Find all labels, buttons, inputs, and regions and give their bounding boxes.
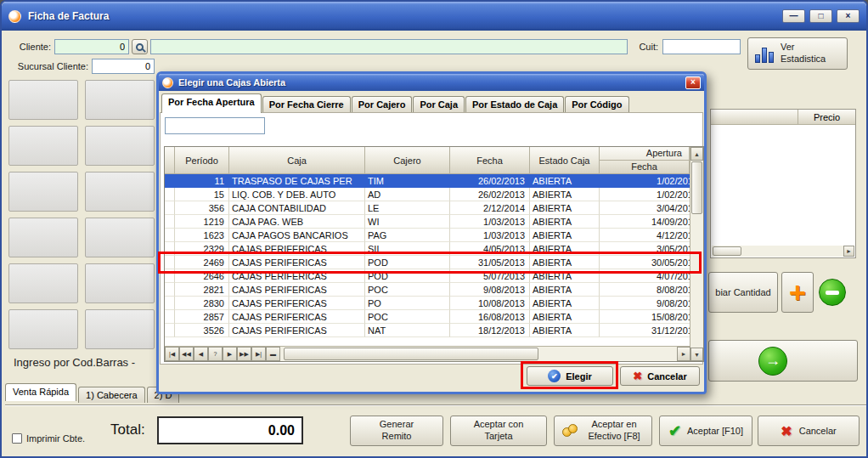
app-icon [8, 10, 21, 23]
generar-remito-button[interactable]: Generar Remito [350, 416, 443, 446]
items-hscrollbar[interactable]: ► [712, 246, 854, 257]
nav-first-button[interactable]: |◀ [165, 347, 179, 361]
dialog-tab-por-c-digo[interactable]: Por Código [565, 96, 628, 113]
dialog-tab-por-fecha-cierre[interactable]: Por Fecha Cierre [262, 96, 351, 113]
vscroll-down-icon[interactable]: ▼ [690, 348, 703, 361]
cell-fecha: 26/02/2013 [450, 174, 530, 188]
items-hscroll-thumb[interactable] [713, 246, 741, 256]
maximize-button[interactable]: □ [809, 9, 832, 23]
cell-estado: ABIERTA [530, 310, 600, 324]
cuit-input[interactable] [662, 39, 741, 54]
cliente-name-input[interactable] [150, 39, 628, 54]
cell-apertura: 1/02/2012 [600, 188, 703, 201]
tab-cabecera[interactable]: 1) Cabecera [78, 387, 145, 403]
table-row[interactable]: 3526CAJAS PERIFERICASNAT18/12/2013ABIERT… [165, 324, 703, 337]
row-indicator [165, 283, 175, 297]
quick-product-button[interactable] [85, 309, 155, 349]
add-item-button[interactable]: + [781, 272, 814, 313]
cell-periodo: 1219 [175, 215, 229, 229]
hscroll-right-icon[interactable]: ► [677, 347, 690, 361]
row-indicator [165, 310, 175, 324]
quick-product-button[interactable] [85, 126, 155, 166]
grid-vscrollbar[interactable]: ▲ ▼ [690, 147, 703, 361]
dialog-cancelar-button[interactable]: ✖ Cancelar [620, 366, 700, 386]
table-row[interactable]: 1219CAJA PAG. WEBWI1/03/2013ABIERTA14/09… [165, 215, 703, 229]
quick-product-button[interactable] [85, 218, 155, 257]
main-titlebar: Ficha de Factura —□× [2, 2, 866, 31]
header-apertura[interactable]: Apertura Fecha [600, 147, 690, 174]
table-row[interactable]: 2830CAJAS PERIFERICASPO10/08/2013ABIERTA… [165, 297, 703, 310]
quick-product-button[interactable] [8, 80, 78, 120]
window-controls: —□× [778, 9, 860, 23]
nav-edit-button[interactable]: ▬ [266, 347, 280, 361]
cliente-code-input[interactable] [54, 39, 129, 54]
cell-fecha: 26/02/2013 [450, 188, 530, 201]
cell-caja: CAJAS PERIFERICAS [229, 324, 365, 337]
nav-prior-button[interactable]: ◀ [194, 347, 208, 361]
cell-apertura: 9/08/2013 [600, 297, 703, 310]
cell-caja: CAJAS PERIFERICAS [229, 242, 365, 256]
grid-hscrollbar[interactable] [280, 347, 677, 361]
go-button[interactable]: → [708, 340, 858, 382]
dialog-close-button[interactable]: × [685, 76, 701, 89]
quick-product-button[interactable] [85, 172, 155, 212]
dialog-tab-por-cajero[interactable]: Por Cajero [352, 96, 413, 113]
table-row[interactable]: 356CAJA CONTABILIDADLE2/12/2014ABIERTA3/… [165, 201, 703, 215]
header-estado-caja[interactable]: Estado Caja [530, 147, 600, 174]
nav-last-button[interactable]: ▶| [251, 347, 266, 361]
header-caja[interactable]: Caja [229, 147, 365, 174]
minimize-button[interactable]: — [782, 9, 805, 23]
aceptar-efectivo-button[interactable]: Aceptar en Efectivo [F8] [554, 416, 652, 446]
table-row[interactable]: 2857CAJAS PERIFERICASPOC16/08/2013ABIERT… [165, 310, 703, 324]
dialog-search-input[interactable] [165, 117, 265, 134]
cell-apertura: 14/09/2012 [600, 215, 703, 229]
aceptar-tarjeta-button[interactable]: Aceptar con Tarjeta [450, 416, 547, 446]
table-row[interactable]: 11TRASPASO DE CAJAS PERTIM26/02/2013ABIE… [165, 174, 703, 188]
quick-product-button[interactable] [8, 263, 78, 303]
table-row[interactable]: 2469CAJAS PERIFERICASPOD31/05/2013ABIERT… [165, 256, 703, 269]
cell-periodo: 2857 [175, 310, 229, 324]
header-periodo[interactable]: Período [175, 147, 229, 174]
ver-estadistica-button[interactable]: Ver Estadistica [747, 37, 848, 70]
nav-next-page-button[interactable]: ▶▶ [237, 347, 251, 361]
quick-product-button[interactable] [85, 263, 155, 303]
quick-product-button[interactable] [8, 172, 78, 212]
quick-product-button[interactable] [8, 126, 78, 166]
elegir-button[interactable]: ✔ Elegir [527, 366, 613, 386]
header-fecha[interactable]: Fecha [450, 147, 530, 174]
nav-refresh-button[interactable]: ? [208, 347, 223, 361]
tab-venta-rapida[interactable]: Venta Rápida [5, 383, 76, 401]
imprimir-cbte-checkbox[interactable] [12, 433, 22, 444]
dialog-titlebar: Elegir una Cajas Abierta × [159, 74, 704, 91]
vscroll-thumb[interactable] [691, 161, 702, 214]
sucursal-cliente-input[interactable] [92, 59, 155, 74]
dialog-tab-por-estado-de-caja[interactable]: Por Estado de Caja [465, 96, 564, 113]
cambiar-cantidad-button[interactable]: biar Cantidad [708, 272, 778, 313]
hscroll-thumb[interactable] [284, 348, 538, 360]
remove-item-button[interactable] [819, 279, 846, 306]
dialog-tab-por-fecha-apertura[interactable]: Por Fecha Apertura [161, 93, 262, 113]
dialog-tab-por-caja[interactable]: Por Caja [413, 96, 465, 113]
vscroll-up-icon[interactable]: ▲ [690, 147, 703, 161]
aceptar-f10-button[interactable]: ✔ Aceptar [F10] [659, 416, 752, 446]
cell-estado: ABIERTA [530, 269, 600, 283]
table-row[interactable]: 15LIQ. COB. Y DEB. AUTOAD26/02/2013ABIER… [165, 188, 703, 201]
ver-estadistica-label: Ver Estadistica [781, 42, 833, 65]
nav-next-button[interactable]: ▶ [223, 347, 237, 361]
table-row[interactable]: 1623CAJA PAGOS BANCARIOSPAG1/03/2013ABIE… [165, 229, 703, 242]
table-row[interactable]: 2821CAJAS PERIFERICASPOC9/08/2013ABIERTA… [165, 283, 703, 297]
cell-cajero: NAT [365, 324, 450, 337]
nav-prior-page-button[interactable]: ◀◀ [179, 347, 194, 361]
header-cajero[interactable]: Cajero [365, 147, 450, 174]
cell-apertura: 3/04/2012 [600, 201, 703, 215]
search-client-button[interactable] [132, 39, 148, 54]
quick-product-button[interactable] [85, 80, 155, 120]
quick-product-button[interactable] [8, 309, 78, 349]
items-hscroll-right-icon[interactable]: ► [843, 246, 854, 257]
table-row[interactable]: 2329CAJAS PERIFERICASSIL4/05/2013ABIERTA… [165, 242, 703, 256]
cell-estado: ABIERTA [530, 174, 600, 188]
table-row[interactable]: 2646CAJAS PERIFERICASPOD5/07/2013ABIERTA… [165, 269, 703, 283]
cancelar-button[interactable]: ✖ Cancelar [758, 416, 860, 446]
close-button[interactable]: × [837, 9, 860, 23]
quick-product-button[interactable] [8, 218, 78, 257]
